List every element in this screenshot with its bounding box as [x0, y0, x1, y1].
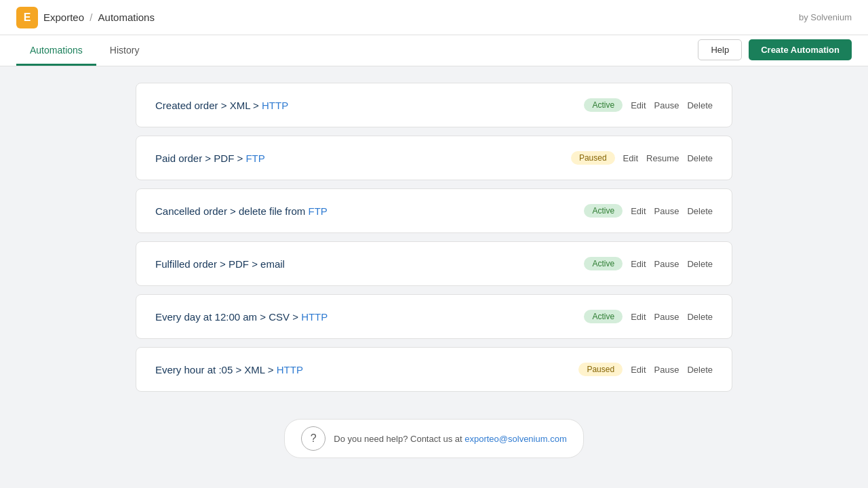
automation-title: Cancelled order > delete file from FTP: [155, 205, 328, 217]
automation-title: Fulfilled order > PDF > email: [155, 258, 285, 270]
automation-card: Cancelled order > delete file from FTPAc…: [136, 188, 732, 233]
action-edit[interactable]: Edit: [631, 206, 646, 216]
main-content: Created order > XML > HTTPActiveEditPaus…: [0, 66, 868, 474]
status-badge: Active: [584, 257, 623, 270]
status-badge: Paused: [578, 363, 623, 376]
automation-actions: PausedEditPauseDelete: [578, 363, 713, 376]
automation-title: Every hour at :05 > XML > HTTP: [155, 364, 303, 375]
automation-title-plain: Paid order > PDF >: [155, 152, 245, 164]
app-icon: E: [16, 7, 38, 28]
automation-title-plain: Created order > XML >: [155, 100, 262, 111]
action-edit[interactable]: Edit: [631, 365, 646, 375]
status-badge: Paused: [571, 151, 615, 165]
action-delete[interactable]: Delete: [687, 259, 713, 269]
app-name: Exporteo: [43, 12, 84, 23]
automation-card: Fulfilled order > PDF > emailActiveEditP…: [136, 241, 732, 286]
automation-actions: ActiveEditPauseDelete: [584, 98, 713, 112]
breadcrumb-current: Automations: [98, 12, 155, 23]
automation-actions: ActiveEditPauseDelete: [584, 257, 713, 270]
action-pause[interactable]: Pause: [654, 100, 679, 110]
help-email[interactable]: exporteo@solvenium.com: [465, 434, 566, 444]
automation-title-highlight: FTP: [309, 205, 328, 217]
by-label: by Solvenium: [799, 12, 852, 22]
action-edit[interactable]: Edit: [631, 259, 646, 269]
automation-card: Every hour at :05 > XML > HTTPPausedEdit…: [136, 347, 732, 392]
help-text: Do you need help? Contact us at exporteo…: [334, 434, 566, 444]
automation-card: Created order > XML > HTTPActiveEditPaus…: [136, 83, 732, 127]
automation-title: Paid order > PDF > FTP: [155, 152, 265, 164]
action-delete[interactable]: Delete: [687, 312, 713, 322]
topbar: E Exporteo / Automations by Solvenium: [0, 0, 868, 35]
automation-title-highlight: HTTP: [277, 364, 303, 375]
help-button[interactable]: Help: [698, 39, 742, 60]
action-pause[interactable]: Pause: [654, 206, 679, 216]
status-badge: Active: [584, 310, 623, 323]
automation-card: Every day at 12:00 am > CSV > HTTPActive…: [136, 294, 732, 339]
action-pause[interactable]: Pause: [654, 365, 679, 375]
tab-history[interactable]: History: [96, 35, 153, 66]
action-delete[interactable]: Delete: [687, 206, 713, 216]
action-pause[interactable]: Pause: [654, 312, 679, 322]
nav-actions: Help Create Automation: [698, 39, 852, 66]
footer-help-box: ? Do you need help? Contact us at export…: [284, 419, 583, 458]
automations-list: Created order > XML > HTTPActiveEditPaus…: [136, 83, 732, 392]
footer-help: ? Do you need help? Contact us at export…: [136, 419, 732, 458]
automation-title: Every day at 12:00 am > CSV > HTTP: [155, 311, 328, 323]
status-badge: Active: [584, 98, 623, 112]
nav-tabs: Automations History Help Create Automati…: [0, 35, 868, 66]
automation-title-plain: Every hour at :05 > XML >: [155, 364, 277, 375]
action-edit[interactable]: Edit: [631, 100, 646, 110]
automation-title: Created order > XML > HTTP: [155, 100, 288, 111]
help-icon: ?: [301, 426, 326, 451]
automation-actions: ActiveEditPauseDelete: [584, 204, 713, 218]
topbar-left: E Exporteo / Automations: [16, 7, 155, 28]
automation-title-highlight: HTTP: [262, 100, 288, 111]
breadcrumb-separator: /: [90, 12, 92, 23]
automation-actions: PausedEditResumeDelete: [571, 151, 713, 165]
automation-title-plain: Every day at 12:00 am > CSV >: [155, 311, 301, 323]
automation-card: Paid order > PDF > FTPPausedEditResumeDe…: [136, 136, 732, 180]
automation-title-highlight: FTP: [245, 152, 264, 164]
breadcrumb: Exporteo / Automations: [43, 12, 155, 23]
automation-actions: ActiveEditPauseDelete: [584, 310, 713, 323]
status-badge: Active: [584, 204, 623, 218]
action-resume[interactable]: Resume: [646, 153, 679, 163]
action-edit[interactable]: Edit: [631, 312, 646, 322]
action-delete[interactable]: Delete: [687, 153, 713, 163]
action-delete[interactable]: Delete: [687, 365, 713, 375]
action-pause[interactable]: Pause: [654, 259, 679, 269]
action-edit[interactable]: Edit: [623, 153, 638, 163]
automation-title-plain: Fulfilled order > PDF > email: [155, 258, 285, 270]
automation-title-highlight: HTTP: [301, 311, 328, 323]
create-automation-button[interactable]: Create Automation: [749, 39, 852, 60]
tab-automations[interactable]: Automations: [16, 35, 96, 66]
automation-title-plain: Cancelled order > delete file from: [155, 205, 309, 217]
action-delete[interactable]: Delete: [687, 100, 713, 110]
